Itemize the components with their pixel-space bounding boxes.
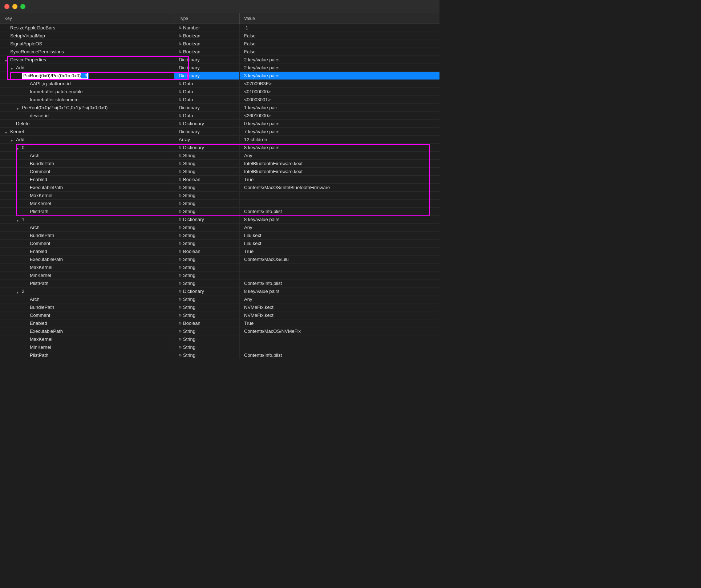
- value-cell: 2 key/value pairs: [240, 64, 439, 72]
- table-row[interactable]: BundlePath⇅ StringIntelBluetoothFirmware…: [0, 160, 439, 168]
- type-text: Dictionary: [179, 73, 200, 78]
- table-row[interactable]: MaxKernel⇅ String: [0, 335, 439, 343]
- table-row[interactable]: MinKernel⇅ String: [0, 200, 439, 208]
- table-row[interactable]: Arch⇅ StringAny: [0, 224, 439, 232]
- value-cell: Any: [240, 295, 439, 303]
- table-row[interactable]: Comment⇅ StringLilu.kext: [0, 240, 439, 248]
- value-text: True: [244, 249, 254, 254]
- expand-icon[interactable]: [16, 217, 20, 222]
- table-row[interactable]: Delete⇅ Dictionary0 key/value pairs: [0, 120, 439, 128]
- table-row[interactable]: MaxKernel⇅ String: [0, 192, 439, 200]
- value-text: 7 key/value pairs: [244, 129, 280, 134]
- table-row[interactable]: AddDictionary2 key/value pairs: [0, 64, 439, 72]
- value-cell: <26010000>: [240, 112, 439, 119]
- type-icon: ⇅: [179, 241, 182, 245]
- table-body[interactable]: ResizeAppleGpuBars⇅ Number-1SetupVirtual…: [0, 24, 439, 588]
- table-row[interactable]: PlistPath⇅ StringContents/Info.plist: [0, 351, 439, 359]
- value-text: Contents/MacOS/NVMeFix: [244, 328, 301, 334]
- key-text: MaxKernel: [30, 336, 52, 342]
- type-icon: ⇅: [179, 177, 182, 181]
- value-text: True: [244, 177, 254, 182]
- table-row[interactable]: PlistPath⇅ StringContents/Info.plist: [0, 279, 439, 287]
- table-row[interactable]: SyncRuntimePermissions⇅ BooleanFalse: [0, 48, 439, 56]
- type-text: String: [183, 336, 195, 342]
- expand-icon[interactable]: [16, 146, 20, 150]
- table-row[interactable]: 1⇅ Dictionary8 key/value pairs: [0, 216, 439, 224]
- type-text: String: [183, 169, 195, 174]
- key-text: Enabled: [30, 320, 47, 326]
- expand-icon[interactable]: [4, 130, 9, 134]
- table-row[interactable]: AAPL,ig-platform-id⇅ Data<07009B3E>: [0, 80, 439, 88]
- table-row[interactable]: Enabled⇅ BooleanTrue: [0, 176, 439, 184]
- type-text: String: [183, 153, 195, 158]
- key-text: Arch: [30, 153, 40, 158]
- table-row[interactable]: Arch⇅ StringAny: [0, 295, 439, 303]
- type-icon: ⇅: [179, 34, 182, 38]
- table-row[interactable]: PlistPath⇅ StringContents/Info.plist: [0, 208, 439, 216]
- expand-icon[interactable]: [16, 289, 20, 294]
- table-row[interactable]: 2⇅ Dictionary8 key/value pairs: [0, 287, 439, 295]
- table-row[interactable]: ExecutablePath⇅ StringContents/MacOS/NVM…: [0, 327, 439, 335]
- table-row[interactable]: ExecutablePath⇅ StringContents/MacOS/Int…: [0, 184, 439, 192]
- table-row[interactable]: framebuffer-stolenmem⇅ Data<00003001>: [0, 96, 439, 104]
- table-row[interactable]: SetupVirtualMap⇅ BooleanFalse: [0, 32, 439, 40]
- expand-icon[interactable]: [16, 106, 20, 110]
- table-row[interactable]: Arch⇅ StringAny: [0, 152, 439, 160]
- key-cell: BundlePath: [0, 303, 174, 311]
- table-row[interactable]: device-id⇅ Data<26010000>: [0, 112, 439, 120]
- key-cell: Enabled: [0, 176, 174, 183]
- table-row[interactable]: MinKernel⇅ String: [0, 271, 439, 279]
- table-row[interactable]: AddArray12 children: [0, 136, 439, 144]
- value-cell: [240, 264, 439, 271]
- type-icon: ⇅: [179, 162, 182, 166]
- table-row[interactable]: 0⇅ Dictionary8 key/value pairs: [0, 144, 439, 152]
- table-row[interactable]: ResizeAppleGpuBars⇅ Number-1: [0, 24, 439, 32]
- type-text: String: [183, 281, 195, 286]
- minimize-button[interactable]: [12, 4, 17, 9]
- maximize-button[interactable]: [20, 4, 25, 9]
- type-text: Boolean: [183, 49, 200, 54]
- type-cell: ⇅ Number: [174, 24, 240, 32]
- table-row[interactable]: KernelDictionary7 key/value pairs: [0, 128, 439, 136]
- type-text: Dictionary: [179, 105, 200, 110]
- table-row[interactable]: DevicePropertiesDictionary2 key/value pa…: [0, 56, 439, 64]
- key-edit-input[interactable]: PciRoot(0x0)/Pci(0x1b,0x0) – 3: [22, 73, 89, 79]
- type-text: String: [183, 257, 195, 262]
- table-row[interactable]: PciRoot(0x0)/Pci(0x1b,0x0) – 3Dictionary…: [0, 72, 439, 80]
- expand-icon[interactable]: [10, 138, 15, 142]
- key-cell: ExecutablePath: [0, 256, 174, 263]
- table-row[interactable]: MinKernel⇅ String: [0, 343, 439, 351]
- expand-icon[interactable]: [10, 66, 15, 70]
- key-text: MaxKernel: [30, 265, 52, 270]
- table-row[interactable]: Comment⇅ StringNVMeFix.kext: [0, 311, 439, 319]
- expand-icon[interactable]: [4, 58, 9, 62]
- value-text: Any: [244, 153, 252, 158]
- type-cell: ⇅ String: [174, 271, 240, 279]
- key-cell: SyncRuntimePermissions: [0, 48, 174, 56]
- table-row[interactable]: BundlePath⇅ StringNVMeFix.kext: [0, 303, 439, 311]
- table-row[interactable]: SignalAppleOS⇅ BooleanFalse: [0, 40, 439, 48]
- key-cell: Comment: [0, 311, 174, 319]
- type-cell: ⇅ String: [174, 327, 240, 335]
- key-cell: 1: [0, 216, 174, 223]
- table-row[interactable]: Enabled⇅ BooleanTrue: [0, 248, 439, 256]
- key-text: PlistPath: [30, 352, 48, 358]
- type-text: Dictionary: [179, 129, 200, 134]
- value-text: IntelBluetoothFirmware.kext: [244, 169, 303, 174]
- table-row[interactable]: ExecutablePath⇅ StringContents/MacOS/Lil…: [0, 256, 439, 264]
- key-cell: SignalAppleOS: [0, 40, 174, 48]
- value-text: 1 key/value pair: [244, 105, 277, 110]
- close-button[interactable]: [4, 4, 9, 9]
- type-cell: Array: [174, 136, 240, 143]
- key-text: device-id: [30, 113, 49, 118]
- value-text: Contents/MacOS/Lilu: [244, 257, 289, 262]
- table-row[interactable]: Enabled⇅ BooleanTrue: [0, 319, 439, 327]
- table-row[interactable]: framebuffer-patch-enable⇅ Data<01000000>: [0, 88, 439, 96]
- value-text: NVMeFix.kext: [244, 313, 273, 318]
- table-row[interactable]: MaxKernel⇅ String: [0, 264, 439, 271]
- key-text: PlistPath: [30, 281, 48, 286]
- table-row[interactable]: Comment⇅ StringIntelBluetoothFirmware.ke…: [0, 168, 439, 176]
- type-text: String: [183, 201, 195, 206]
- table-row[interactable]: BundlePath⇅ StringLilu.kext: [0, 232, 439, 240]
- table-row[interactable]: PciRoot(0x0)/Pci(0x1C,0x1)/Pci(0x0,0x0)D…: [0, 104, 439, 112]
